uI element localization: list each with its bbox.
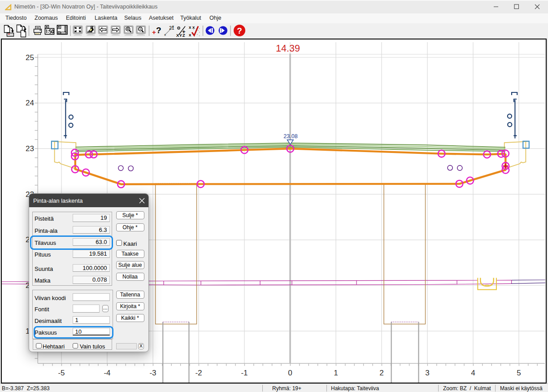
svg-text:2: 2 [379, 369, 383, 377]
svg-text:23: 23 [26, 144, 34, 153]
svg-text:0: 0 [288, 369, 292, 377]
svg-text:3: 3 [425, 369, 429, 377]
svg-text:5: 5 [517, 369, 521, 377]
svg-text:25: 25 [26, 53, 34, 62]
svg-text:-2: -2 [195, 369, 202, 377]
svg-text:-3: -3 [149, 369, 156, 377]
svg-text:-5: -5 [58, 369, 65, 377]
svg-text:-4: -4 [104, 369, 110, 377]
svg-text:-1: -1 [241, 369, 248, 377]
svg-text:4: 4 [471, 369, 475, 377]
svg-text:14.39: 14.39 [276, 43, 300, 54]
svg-text:1: 1 [334, 369, 338, 377]
svg-text:23.08: 23.08 [283, 133, 297, 139]
svg-text:24: 24 [26, 99, 34, 107]
